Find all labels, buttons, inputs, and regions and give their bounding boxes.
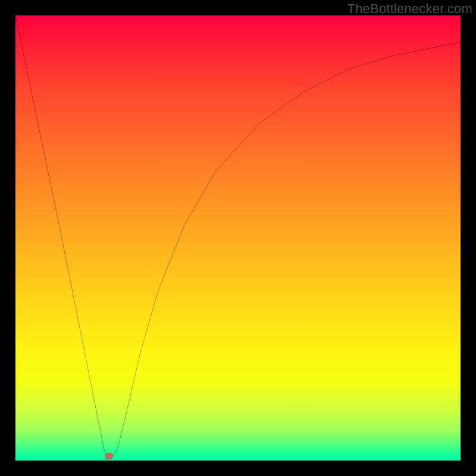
optimal-point-marker xyxy=(105,453,113,459)
bottleneck-curve xyxy=(15,15,461,461)
curve-path xyxy=(15,15,461,456)
plot-area xyxy=(15,15,461,461)
watermark-text: TheBottlenecker.com xyxy=(347,1,472,17)
chart-frame: TheBottlenecker.com xyxy=(0,0,476,476)
